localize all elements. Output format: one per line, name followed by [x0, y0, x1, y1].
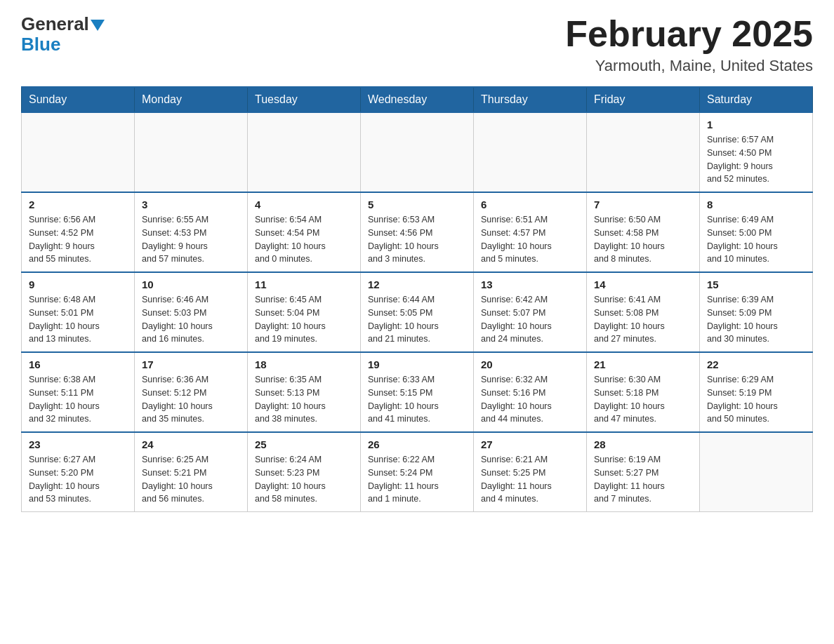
calendar-cell: 3Sunrise: 6:55 AMSunset: 4:53 PMDaylight…: [135, 192, 248, 272]
day-info: Sunrise: 6:27 AMSunset: 5:20 PMDaylight:…: [29, 453, 127, 506]
calendar-cell: 17Sunrise: 6:36 AMSunset: 5:12 PMDayligh…: [135, 352, 248, 432]
day-number: 25: [255, 438, 353, 450]
calendar-cell: [248, 112, 361, 192]
logo-general: General: [21, 14, 89, 34]
day-info: Sunrise: 6:39 AMSunset: 5:09 PMDaylight:…: [707, 293, 805, 346]
day-number: 23: [29, 438, 127, 450]
calendar-week-row: 2Sunrise: 6:56 AMSunset: 4:52 PMDaylight…: [22, 192, 813, 272]
calendar-cell: 14Sunrise: 6:41 AMSunset: 5:08 PMDayligh…: [587, 272, 700, 352]
day-number: 8: [707, 199, 805, 210]
day-info: Sunrise: 6:49 AMSunset: 5:00 PMDaylight:…: [707, 213, 805, 266]
day-info: Sunrise: 6:24 AMSunset: 5:23 PMDaylight:…: [255, 453, 353, 506]
calendar-cell: 28Sunrise: 6:19 AMSunset: 5:27 PMDayligh…: [587, 432, 700, 512]
day-info: Sunrise: 6:48 AMSunset: 5:01 PMDaylight:…: [29, 293, 127, 346]
day-number: 26: [368, 438, 466, 450]
day-number: 10: [142, 279, 240, 290]
day-info: Sunrise: 6:53 AMSunset: 4:56 PMDaylight:…: [368, 213, 466, 266]
day-info: Sunrise: 6:29 AMSunset: 5:19 PMDaylight:…: [707, 373, 805, 426]
calendar-body: 1Sunrise: 6:57 AMSunset: 4:50 PMDaylight…: [22, 112, 813, 512]
day-number: 15: [707, 279, 805, 290]
day-number: 1: [707, 119, 805, 130]
logo-blue: Blue: [21, 34, 60, 55]
day-of-week-friday: Friday: [587, 87, 700, 112]
logo-arrow-icon: [91, 20, 105, 31]
day-of-week-wednesday: Wednesday: [361, 87, 474, 112]
calendar-cell: 22Sunrise: 6:29 AMSunset: 5:19 PMDayligh…: [700, 352, 813, 432]
calendar-cell: 5Sunrise: 6:53 AMSunset: 4:56 PMDaylight…: [361, 192, 474, 272]
day-of-week-monday: Monday: [135, 87, 248, 112]
page-header: General Blue February 2025 Yarmouth, Mai…: [21, 14, 813, 75]
day-info: Sunrise: 6:42 AMSunset: 5:07 PMDaylight:…: [481, 293, 579, 346]
day-number: 6: [481, 199, 579, 210]
day-number: 21: [594, 358, 692, 370]
calendar-cell: 24Sunrise: 6:25 AMSunset: 5:21 PMDayligh…: [135, 432, 248, 512]
day-info: Sunrise: 6:50 AMSunset: 4:58 PMDaylight:…: [594, 213, 692, 266]
day-number: 16: [29, 358, 127, 370]
day-info: Sunrise: 6:46 AMSunset: 5:03 PMDaylight:…: [142, 293, 240, 346]
calendar-cell: 11Sunrise: 6:45 AMSunset: 5:04 PMDayligh…: [248, 272, 361, 352]
day-number: 17: [142, 358, 240, 370]
calendar-cell: 9Sunrise: 6:48 AMSunset: 5:01 PMDaylight…: [22, 272, 135, 352]
calendar-week-row: 16Sunrise: 6:38 AMSunset: 5:11 PMDayligh…: [22, 352, 813, 432]
day-of-week-tuesday: Tuesday: [248, 87, 361, 112]
day-info: Sunrise: 6:25 AMSunset: 5:21 PMDaylight:…: [142, 453, 240, 506]
day-of-week-sunday: Sunday: [22, 87, 135, 112]
calendar-cell: 19Sunrise: 6:33 AMSunset: 5:15 PMDayligh…: [361, 352, 474, 432]
day-number: 18: [255, 358, 353, 370]
calendar-cell: [700, 432, 813, 512]
calendar-cell: 6Sunrise: 6:51 AMSunset: 4:57 PMDaylight…: [474, 192, 587, 272]
day-info: Sunrise: 6:45 AMSunset: 5:04 PMDaylight:…: [255, 293, 353, 346]
day-number: 19: [368, 358, 466, 370]
day-number: 4: [255, 199, 353, 210]
calendar-cell: 15Sunrise: 6:39 AMSunset: 5:09 PMDayligh…: [700, 272, 813, 352]
calendar-week-row: 23Sunrise: 6:27 AMSunset: 5:20 PMDayligh…: [22, 432, 813, 512]
calendar-cell: 21Sunrise: 6:30 AMSunset: 5:18 PMDayligh…: [587, 352, 700, 432]
day-info: Sunrise: 6:51 AMSunset: 4:57 PMDaylight:…: [481, 213, 579, 266]
title-section: February 2025 Yarmouth, Maine, United St…: [565, 14, 813, 75]
logo: General Blue: [21, 14, 105, 54]
calendar-cell: [22, 112, 135, 192]
day-number: 9: [29, 279, 127, 290]
day-info: Sunrise: 6:36 AMSunset: 5:12 PMDaylight:…: [142, 373, 240, 426]
calendar-cell: 1Sunrise: 6:57 AMSunset: 4:50 PMDaylight…: [700, 112, 813, 192]
calendar-cell: [474, 112, 587, 192]
day-info: Sunrise: 6:55 AMSunset: 4:53 PMDaylight:…: [142, 213, 240, 266]
day-number: 27: [481, 438, 579, 450]
calendar-cell: 8Sunrise: 6:49 AMSunset: 5:00 PMDaylight…: [700, 192, 813, 272]
day-info: Sunrise: 6:33 AMSunset: 5:15 PMDaylight:…: [368, 373, 466, 426]
calendar-cell: [587, 112, 700, 192]
calendar-cell: 10Sunrise: 6:46 AMSunset: 5:03 PMDayligh…: [135, 272, 248, 352]
day-info: Sunrise: 6:41 AMSunset: 5:08 PMDaylight:…: [594, 293, 692, 346]
calendar-cell: 25Sunrise: 6:24 AMSunset: 5:23 PMDayligh…: [248, 432, 361, 512]
day-number: 28: [594, 438, 692, 450]
day-of-week-thursday: Thursday: [474, 87, 587, 112]
day-of-week-saturday: Saturday: [700, 87, 813, 112]
location-title: Yarmouth, Maine, United States: [565, 57, 813, 75]
day-info: Sunrise: 6:22 AMSunset: 5:24 PMDaylight:…: [368, 453, 466, 506]
calendar-table: SundayMondayTuesdayWednesdayThursdayFrid…: [21, 86, 813, 512]
day-number: 12: [368, 279, 466, 290]
calendar-cell: 20Sunrise: 6:32 AMSunset: 5:16 PMDayligh…: [474, 352, 587, 432]
day-number: 7: [594, 199, 692, 210]
day-info: Sunrise: 6:19 AMSunset: 5:27 PMDaylight:…: [594, 453, 692, 506]
day-number: 3: [142, 199, 240, 210]
day-info: Sunrise: 6:21 AMSunset: 5:25 PMDaylight:…: [481, 453, 579, 506]
calendar-cell: 23Sunrise: 6:27 AMSunset: 5:20 PMDayligh…: [22, 432, 135, 512]
day-number: 2: [29, 199, 127, 210]
month-title: February 2025: [565, 14, 813, 54]
calendar-cell: 18Sunrise: 6:35 AMSunset: 5:13 PMDayligh…: [248, 352, 361, 432]
calendar-week-row: 1Sunrise: 6:57 AMSunset: 4:50 PMDaylight…: [22, 112, 813, 192]
calendar-cell: 27Sunrise: 6:21 AMSunset: 5:25 PMDayligh…: [474, 432, 587, 512]
day-info: Sunrise: 6:54 AMSunset: 4:54 PMDaylight:…: [255, 213, 353, 266]
calendar-cell: 2Sunrise: 6:56 AMSunset: 4:52 PMDaylight…: [22, 192, 135, 272]
day-info: Sunrise: 6:56 AMSunset: 4:52 PMDaylight:…: [29, 213, 127, 266]
calendar-cell: [135, 112, 248, 192]
day-info: Sunrise: 6:44 AMSunset: 5:05 PMDaylight:…: [368, 293, 466, 346]
logo-text: General: [21, 14, 105, 34]
calendar-cell: 26Sunrise: 6:22 AMSunset: 5:24 PMDayligh…: [361, 432, 474, 512]
day-number: 13: [481, 279, 579, 290]
day-info: Sunrise: 6:32 AMSunset: 5:16 PMDaylight:…: [481, 373, 579, 426]
calendar-cell: 13Sunrise: 6:42 AMSunset: 5:07 PMDayligh…: [474, 272, 587, 352]
day-info: Sunrise: 6:38 AMSunset: 5:11 PMDaylight:…: [29, 373, 127, 426]
calendar-cell: [361, 112, 474, 192]
